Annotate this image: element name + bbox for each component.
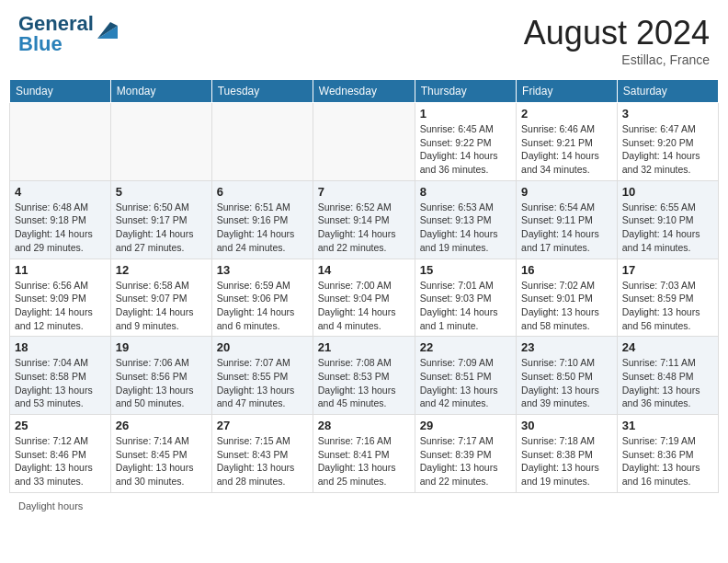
weekday-header-friday: Friday <box>517 80 618 103</box>
day-info: Sunrise: 7:15 AMSunset: 8:43 PMDaylight:… <box>217 434 308 488</box>
calendar-cell: 25Sunrise: 7:12 AMSunset: 8:46 PMDayligh… <box>10 415 111 493</box>
month-title: August 2024 <box>524 14 710 52</box>
day-number: 2 <box>521 107 612 121</box>
day-info: Sunrise: 6:56 AMSunset: 9:09 PMDaylight:… <box>15 279 106 333</box>
calendar-cell: 9Sunrise: 6:54 AMSunset: 9:11 PMDaylight… <box>517 180 618 259</box>
logo-icon <box>97 18 118 39</box>
day-info: Sunrise: 6:54 AMSunset: 9:11 PMDaylight:… <box>521 201 612 255</box>
day-number: 13 <box>217 263 308 277</box>
calendar-cell: 10Sunrise: 6:55 AMSunset: 9:10 PMDayligh… <box>617 180 718 259</box>
calendar-week-row: 25Sunrise: 7:12 AMSunset: 8:46 PMDayligh… <box>10 415 719 493</box>
day-info: Sunrise: 7:14 AMSunset: 8:45 PMDaylight:… <box>116 434 207 488</box>
day-info: Sunrise: 6:48 AMSunset: 9:18 PMDaylight:… <box>15 201 106 255</box>
calendar-cell: 15Sunrise: 7:01 AMSunset: 9:03 PMDayligh… <box>415 259 516 337</box>
weekday-header-row: SundayMondayTuesdayWednesdayThursdayFrid… <box>10 80 719 103</box>
day-number: 4 <box>15 185 106 199</box>
day-number: 11 <box>15 263 106 277</box>
day-number: 14 <box>318 263 410 277</box>
day-number: 21 <box>318 340 410 354</box>
calendar-week-row: 4Sunrise: 6:48 AMSunset: 9:18 PMDaylight… <box>10 180 719 259</box>
day-number: 26 <box>116 419 207 432</box>
page-header: General Blue August 2024 Estillac, Franc… <box>9 9 719 72</box>
calendar-cell: 22Sunrise: 7:09 AMSunset: 8:51 PMDayligh… <box>415 337 516 415</box>
logo[interactable]: General Blue <box>18 14 118 54</box>
day-number: 19 <box>116 340 207 354</box>
day-info: Sunrise: 7:11 AMSunset: 8:48 PMDaylight:… <box>622 356 713 410</box>
day-number: 1 <box>420 107 511 121</box>
day-info: Sunrise: 6:59 AMSunset: 9:06 PMDaylight:… <box>217 279 308 333</box>
calendar-cell: 29Sunrise: 7:17 AMSunset: 8:39 PMDayligh… <box>415 415 516 493</box>
calendar-cell: 1Sunrise: 6:45 AMSunset: 9:22 PMDaylight… <box>415 103 516 181</box>
calendar-cell: 12Sunrise: 6:58 AMSunset: 9:07 PMDayligh… <box>110 259 211 337</box>
calendar-cell: 8Sunrise: 6:53 AMSunset: 9:13 PMDaylight… <box>415 180 516 259</box>
calendar-cell: 19Sunrise: 7:06 AMSunset: 8:56 PMDayligh… <box>110 337 211 415</box>
day-number: 22 <box>420 340 511 354</box>
day-info: Sunrise: 7:18 AMSunset: 8:38 PMDaylight:… <box>521 434 612 488</box>
day-number: 12 <box>116 263 207 277</box>
day-info: Sunrise: 6:50 AMSunset: 9:17 PMDaylight:… <box>116 201 207 255</box>
day-info: Sunrise: 6:58 AMSunset: 9:07 PMDaylight:… <box>116 279 207 333</box>
calendar-cell: 7Sunrise: 6:52 AMSunset: 9:14 PMDaylight… <box>313 180 415 259</box>
calendar-cell: 6Sunrise: 6:51 AMSunset: 9:16 PMDaylight… <box>211 180 313 259</box>
calendar-cell: 2Sunrise: 6:46 AMSunset: 9:21 PMDaylight… <box>517 103 618 181</box>
day-info: Sunrise: 7:04 AMSunset: 8:58 PMDaylight:… <box>15 356 106 410</box>
day-number: 23 <box>521 340 612 354</box>
day-number: 10 <box>622 185 713 199</box>
day-info: Sunrise: 6:53 AMSunset: 9:13 PMDaylight:… <box>420 201 511 255</box>
day-number: 6 <box>217 185 308 199</box>
weekday-header-thursday: Thursday <box>415 80 516 103</box>
day-info: Sunrise: 7:00 AMSunset: 9:04 PMDaylight:… <box>318 279 410 333</box>
calendar-table: SundayMondayTuesdayWednesdayThursdayFrid… <box>9 79 719 493</box>
day-number: 9 <box>521 185 612 199</box>
day-info: Sunrise: 7:08 AMSunset: 8:53 PMDaylight:… <box>318 356 410 410</box>
day-info: Sunrise: 7:03 AMSunset: 8:59 PMDaylight:… <box>622 279 713 333</box>
calendar-cell: 5Sunrise: 6:50 AMSunset: 9:17 PMDaylight… <box>110 180 211 259</box>
calendar-cell: 30Sunrise: 7:18 AMSunset: 8:38 PMDayligh… <box>517 415 618 493</box>
day-number: 3 <box>622 107 713 121</box>
weekday-header-saturday: Saturday <box>617 80 718 103</box>
calendar-cell: 17Sunrise: 7:03 AMSunset: 8:59 PMDayligh… <box>617 259 718 337</box>
title-block: August 2024 Estillac, France <box>524 14 710 67</box>
day-info: Sunrise: 6:46 AMSunset: 9:21 PMDaylight:… <box>521 122 612 177</box>
day-number: 16 <box>521 263 612 277</box>
day-number: 31 <box>622 419 713 432</box>
logo-blue: Blue <box>18 32 63 55</box>
calendar-cell: 16Sunrise: 7:02 AMSunset: 9:01 PMDayligh… <box>517 259 618 337</box>
day-info: Sunrise: 6:45 AMSunset: 9:22 PMDaylight:… <box>420 122 511 177</box>
calendar-week-row: 18Sunrise: 7:04 AMSunset: 8:58 PMDayligh… <box>10 337 719 415</box>
weekday-header-monday: Monday <box>110 80 211 103</box>
day-info: Sunrise: 6:51 AMSunset: 9:16 PMDaylight:… <box>217 201 308 255</box>
weekday-header-wednesday: Wednesday <box>313 80 415 103</box>
calendar-cell: 14Sunrise: 7:00 AMSunset: 9:04 PMDayligh… <box>313 259 415 337</box>
calendar-cell <box>313 103 415 181</box>
day-number: 29 <box>420 419 511 432</box>
daylight-label: Daylight hours <box>18 500 83 511</box>
calendar-cell: 3Sunrise: 6:47 AMSunset: 9:20 PMDaylight… <box>617 103 718 181</box>
calendar-cell: 27Sunrise: 7:15 AMSunset: 8:43 PMDayligh… <box>211 415 313 493</box>
calendar-cell <box>211 103 313 181</box>
calendar-cell: 11Sunrise: 6:56 AMSunset: 9:09 PMDayligh… <box>10 259 111 337</box>
calendar-cell: 4Sunrise: 6:48 AMSunset: 9:18 PMDaylight… <box>10 180 111 259</box>
day-number: 20 <box>217 340 308 354</box>
calendar-week-row: 1Sunrise: 6:45 AMSunset: 9:22 PMDaylight… <box>10 103 719 181</box>
day-info: Sunrise: 7:07 AMSunset: 8:55 PMDaylight:… <box>217 356 308 410</box>
day-number: 5 <box>116 185 207 199</box>
day-info: Sunrise: 6:47 AMSunset: 9:20 PMDaylight:… <box>622 122 713 177</box>
day-info: Sunrise: 7:10 AMSunset: 8:50 PMDaylight:… <box>521 356 612 410</box>
day-number: 18 <box>15 340 106 354</box>
day-info: Sunrise: 7:02 AMSunset: 9:01 PMDaylight:… <box>521 279 612 333</box>
day-info: Sunrise: 7:19 AMSunset: 8:36 PMDaylight:… <box>622 434 713 488</box>
day-number: 8 <box>420 185 511 199</box>
calendar-cell: 26Sunrise: 7:14 AMSunset: 8:45 PMDayligh… <box>110 415 211 493</box>
day-info: Sunrise: 7:17 AMSunset: 8:39 PMDaylight:… <box>420 434 511 488</box>
day-info: Sunrise: 7:12 AMSunset: 8:46 PMDaylight:… <box>15 434 106 488</box>
calendar-cell: 31Sunrise: 7:19 AMSunset: 8:36 PMDayligh… <box>617 415 718 493</box>
location-label: Estillac, France <box>524 52 710 67</box>
day-number: 28 <box>318 419 410 432</box>
calendar-cell: 18Sunrise: 7:04 AMSunset: 8:58 PMDayligh… <box>10 337 111 415</box>
weekday-header-tuesday: Tuesday <box>211 80 313 103</box>
day-info: Sunrise: 6:52 AMSunset: 9:14 PMDaylight:… <box>318 201 410 255</box>
calendar-cell <box>110 103 211 181</box>
footer: Daylight hours <box>9 500 719 511</box>
calendar-cell: 28Sunrise: 7:16 AMSunset: 8:41 PMDayligh… <box>313 415 415 493</box>
